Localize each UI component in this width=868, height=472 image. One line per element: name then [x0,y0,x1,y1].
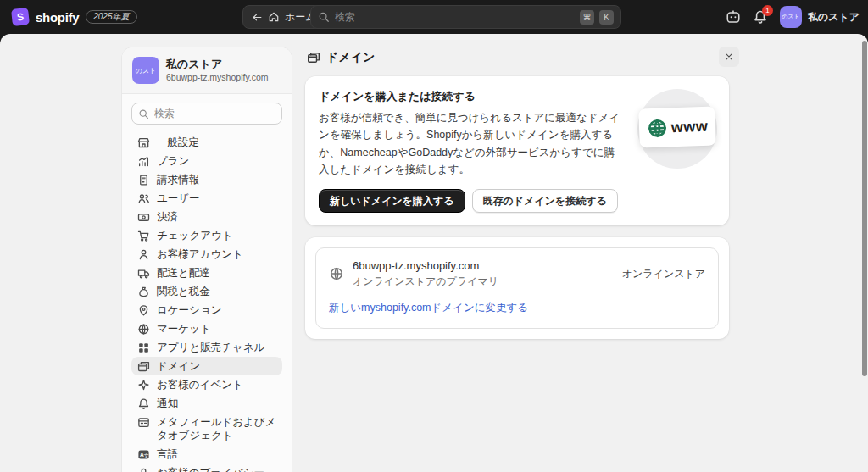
sidebar-item-privacy[interactable]: お客様のプライバシー [131,464,282,472]
global-search-input[interactable] [335,11,575,23]
sidebar-item-markets[interactable]: マーケット [131,319,282,338]
change-myshopify-domain-link[interactable]: 新しいmyshopify.comドメインに変更する [329,301,528,315]
sidebar-item-general[interactable]: 一般設定 [131,133,282,152]
settings-page: のスト 私のストア 6buwpp-tz.myshopify.com 一般設定 プ… [0,34,868,472]
store-menu-button[interactable]: のスト 私のストア [780,6,860,28]
sidebar-item-label: 関税と税金 [157,285,210,298]
arrow-left-icon [252,12,263,23]
sidebar-store-domain: 6buwpp-tz.myshopify.com [166,72,269,83]
card-description: お客様が信頼でき、簡単に見つけられるストアに最適なドメインを確保しましょう。Sh… [319,109,622,178]
page-title: ドメイン [326,50,375,65]
shopify-wordmark: shopify [36,10,79,25]
globe-icon [329,266,344,281]
users-icon [137,192,150,205]
cart-icon [137,230,150,242]
logo-group: S shopify 2025年夏 [12,0,137,34]
sidebar-search [122,94,292,128]
sidebar-search-input[interactable] [131,103,282,125]
buy-or-connect-card: ドメインを購入または接続する お客様が信頼でき、簡単に見つけられるストアに最適な… [305,76,729,225]
sidebar-item-notifications[interactable]: 通知 [131,394,282,413]
sidebar-item-domains[interactable]: ドメイン [131,357,282,375]
sidebar-item-label: アプリと販売チャネル [157,341,264,354]
sidebar-store-header[interactable]: のスト 私のストア 6buwpp-tz.myshopify.com [122,47,292,94]
bell-icon [137,397,150,410]
kbd-cmd: ⌘ [580,10,594,25]
receipt-icon [137,174,150,186]
sidebar-item-metafields[interactable]: メタフィールドおよびメタオブジェクト [131,413,282,445]
edition-badge[interactable]: 2025年夏 [86,10,136,24]
settings-sidebar: のスト 私のストア 6buwpp-tz.myshopify.com 一般設定 プ… [122,47,292,472]
search-icon [138,108,149,119]
sidebar-item-label: ロケーション [157,303,221,317]
sidebar-item-label: プラン [157,154,189,168]
notifications-bell-icon[interactable]: 1 [753,9,768,25]
buy-new-domain-button[interactable]: 新しいドメインを購入する [319,189,465,213]
sidebar-item-label: メタフィールドおよびメタオブジェクト [157,415,276,442]
sidebar-item-users[interactable]: ユーザー [131,189,282,208]
close-icon [724,52,734,62]
kbd-k: K [599,10,614,25]
sidebar-item-label: お客様アカウント [157,247,243,261]
sidebar-item-billing[interactable]: 請求情報 [131,170,282,189]
sidebar-item-languages[interactable]: A文 言語 [131,445,282,464]
domain-name: 6buwpp-tz.myshopify.com [353,259,498,274]
illustration-card: www [638,106,716,147]
sidebar-item-customer-events[interactable]: お客様のイベント [131,375,282,394]
person-icon [137,248,150,261]
payments-icon [137,211,150,224]
home-icon [268,11,280,23]
sidebar-item-label: お客様のプライバシー [157,466,264,472]
sidebar-store-name: 私のストア [166,58,269,71]
sidebar-item-label: 決済 [157,210,178,224]
sidebar-item-customer-accounts[interactable]: お客様アカウント [131,245,282,264]
apps-icon [137,342,150,354]
moneybag-icon [137,286,150,298]
notification-badge: 1 [762,5,773,16]
domains-icon [307,51,320,64]
scrollbar-thumb[interactable] [862,41,867,376]
topbar: S shopify 2025年夏 ホーム ⌘ K 1 のスト 私のストア [0,0,868,34]
domains-icon [137,360,150,373]
domain-illustration: www [627,89,715,213]
sidebar-item-label: 一般設定 [157,136,199,149]
svg-text:文: 文 [144,453,149,458]
www-text: www [670,117,708,136]
globe-icon [137,323,150,336]
topbar-right: 1 のスト 私のストア [726,0,860,34]
sidebar-item-label: 通知 [157,397,178,410]
sidebar-item-taxes[interactable]: 関税と税金 [131,282,282,301]
connect-existing-domain-button[interactable]: 既存のドメインを接続する [472,189,618,213]
global-search[interactable]: ⌘ K [310,5,621,29]
sidebar-item-locations[interactable]: ロケーション [131,301,282,319]
settings-nav: 一般設定 プラン 請求情報 ユーザー 決済 チェックアウト お客様アカウント [122,128,292,472]
store-icon [137,136,150,149]
current-domain-card: 6buwpp-tz.myshopify.com オンラインストアのプライマリ オ… [305,237,729,339]
sidekick-icon[interactable] [726,9,741,25]
sidebar-store-avatar: のスト [132,57,159,84]
sidebar-item-label: マーケット [157,322,211,336]
domain-row: 6buwpp-tz.myshopify.com オンラインストアのプライマリ オ… [329,259,705,288]
sidebar-item-payments[interactable]: 決済 [131,208,282,226]
sidebar-item-shipping[interactable]: 配送と配達 [131,264,282,282]
sidebar-item-label: お客様のイベント [157,378,243,391]
sidebar-item-apps[interactable]: アプリと販売チャネル [131,338,282,357]
language-icon: A文 [137,448,150,461]
domain-list-box: 6buwpp-tz.myshopify.com オンラインストアのプライマリ オ… [315,247,719,329]
close-settings-button[interactable] [719,47,739,67]
sidebar-item-label: ドメイン [157,359,200,373]
sidebar-item-label: 配送と配達 [157,266,210,280]
sidebar-item-label: ユーザー [157,192,200,205]
domain-target: オンラインストア [622,267,705,281]
sidebar-item-checkout[interactable]: チェックアウト [131,226,282,245]
store-menu-label: 私のストア [808,10,860,25]
sidebar-item-label: 請求情報 [157,173,199,186]
search-icon [318,11,330,23]
lock-icon [137,467,150,472]
sidebar-item-plan[interactable]: プラン [131,152,282,170]
metaobjects-icon [137,416,150,429]
domains-settings-panel: ドメイン ドメインを購入または接続する お客様が信頼でき、簡単に見つけられるスト… [305,47,729,339]
sidebar-item-label: チェックアウト [157,229,233,242]
domain-subtitle: オンラインストアのプライマリ [353,275,498,289]
page-title-row: ドメイン [307,50,729,65]
pin-icon [137,304,150,317]
